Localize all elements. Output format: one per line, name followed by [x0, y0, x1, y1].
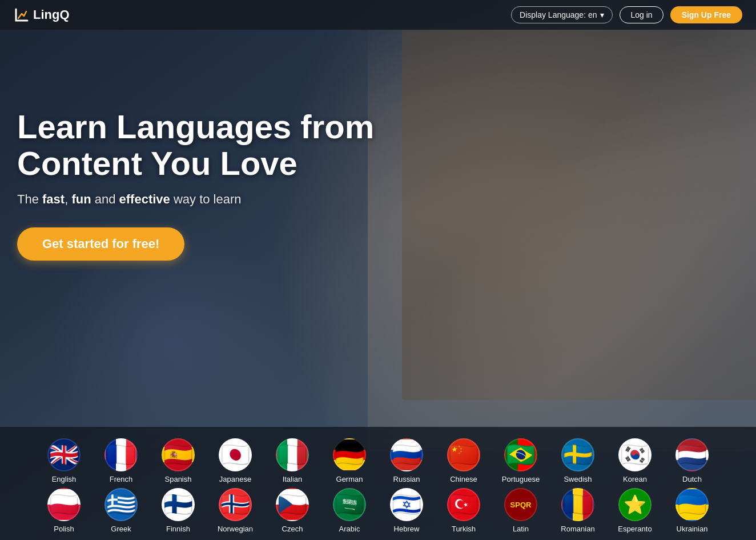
flag-italian [276, 438, 309, 471]
signup-button[interactable]: Sign Up Free [670, 6, 742, 23]
flag-portuguese [504, 438, 537, 471]
language-label-ukrainian: Ukrainian [677, 525, 708, 533]
language-item-latin[interactable]: Latin [498, 488, 544, 533]
language-item-romanian[interactable]: Romanian [555, 488, 601, 533]
language-item-hebrew[interactable]: Hebrew [384, 488, 429, 533]
language-selector-label: Display Language: en [520, 10, 597, 19]
hero-title: Learn Languages from Content You Love [17, 109, 485, 182]
flag-dutch [675, 438, 709, 471]
language-label-finnish: Finnish [166, 525, 190, 533]
flag-ukrainian [675, 488, 709, 521]
flag-swedish [561, 438, 594, 471]
flag-french [104, 438, 138, 471]
subtitle-bold-fast: fast [42, 192, 65, 206]
language-item-japanese[interactable]: Japanese [212, 438, 258, 483]
language-item-esperanto[interactable]: Esperanto [612, 488, 658, 533]
flag-german [333, 438, 366, 471]
language-row-2: PolishGreekFinnishNorwegianCzechArabicHe… [6, 488, 750, 533]
language-label-polish: Polish [54, 525, 74, 533]
language-label-greek: Greek [111, 525, 131, 533]
language-label-dutch: Dutch [682, 475, 702, 483]
language-item-norwegian[interactable]: Norwegian [212, 488, 258, 533]
subtitle-bold-fun: fun [71, 192, 91, 206]
language-item-swedish[interactable]: Swedish [555, 438, 601, 483]
language-label-swedish: Swedish [564, 475, 592, 483]
login-button[interactable]: Log in [620, 6, 663, 23]
flag-english [47, 438, 81, 471]
language-label-french: French [110, 475, 132, 483]
language-label-spanish: Spanish [165, 475, 192, 483]
language-item-korean[interactable]: Korean [612, 438, 658, 483]
language-item-turkish[interactable]: Turkish [441, 488, 486, 533]
flag-japanese [219, 438, 252, 471]
language-label-german: German [336, 475, 363, 483]
flag-latin [504, 488, 537, 521]
logo[interactable]: LingQ [14, 7, 70, 23]
language-label-turkish: Turkish [452, 525, 476, 533]
language-item-chinese[interactable]: Chinese [441, 438, 486, 483]
language-label-italian: Italian [283, 475, 303, 483]
flag-romanian [561, 488, 594, 521]
flag-norwegian [219, 488, 252, 521]
flag-hebrew [390, 488, 423, 521]
language-item-spanish[interactable]: Spanish [155, 438, 201, 483]
language-row-1: EnglishFrenchSpanishJapaneseItalianGerma… [6, 438, 750, 483]
flag-spanish [162, 438, 195, 471]
language-item-dutch[interactable]: Dutch [669, 438, 715, 483]
language-item-english[interactable]: English [41, 438, 87, 483]
language-grid: EnglishFrenchSpanishJapaneseItalianGerma… [0, 427, 756, 540]
flag-finnish [162, 488, 195, 521]
logo-text: LingQ [33, 7, 70, 22]
language-label-english: English [52, 475, 77, 483]
hero-subtitle: The fast, fun and effective way to learn [17, 192, 485, 207]
language-item-polish[interactable]: Polish [41, 488, 87, 533]
flag-russian [390, 438, 423, 471]
language-item-italian[interactable]: Italian [270, 438, 315, 483]
flag-arabic [333, 488, 366, 521]
language-label-latin: Latin [513, 525, 529, 533]
subtitle-bold-effective: effective [119, 192, 170, 206]
language-label-czech: Czech [282, 525, 303, 533]
language-label-hebrew: Hebrew [394, 525, 420, 533]
hero-content: Learn Languages from Content You Love Th… [17, 109, 485, 261]
language-item-ukrainian[interactable]: Ukrainian [669, 488, 715, 533]
language-item-german[interactable]: German [327, 438, 372, 483]
cta-button[interactable]: Get started for free! [17, 227, 184, 261]
language-item-russian[interactable]: Russian [384, 438, 429, 483]
language-label-norwegian: Norwegian [218, 525, 253, 533]
language-label-romanian: Romanian [561, 525, 594, 533]
language-label-arabic: Arabic [339, 525, 360, 533]
flag-korean [618, 438, 652, 471]
flag-polish [47, 488, 81, 521]
nav-actions: Display Language: en ▾ Log in Sign Up Fr… [511, 6, 742, 23]
language-item-french[interactable]: French [98, 438, 144, 483]
language-item-portuguese[interactable]: Portuguese [498, 438, 544, 483]
language-item-greek[interactable]: Greek [98, 488, 144, 533]
language-label-portuguese: Portuguese [502, 475, 540, 483]
language-label-chinese: Chinese [450, 475, 477, 483]
flag-chinese [447, 438, 480, 471]
flag-czech [276, 488, 309, 521]
logo-icon [14, 7, 30, 23]
language-item-czech[interactable]: Czech [270, 488, 315, 533]
language-item-arabic[interactable]: Arabic [327, 488, 372, 533]
flag-greek [104, 488, 138, 521]
language-label-russian: Russian [393, 475, 420, 483]
language-label-japanese: Japanese [219, 475, 251, 483]
flag-esperanto [618, 488, 652, 521]
flag-turkish [447, 488, 480, 521]
chevron-down-icon: ▾ [600, 10, 604, 19]
language-label-korean: Korean [623, 475, 647, 483]
hero-section: LingQ Display Language: en ▾ Log in Sign… [0, 0, 756, 540]
language-selector[interactable]: Display Language: en ▾ [511, 6, 613, 23]
navbar: LingQ Display Language: en ▾ Log in Sign… [0, 0, 756, 30]
language-item-finnish[interactable]: Finnish [155, 488, 201, 533]
language-label-esperanto: Esperanto [618, 525, 652, 533]
